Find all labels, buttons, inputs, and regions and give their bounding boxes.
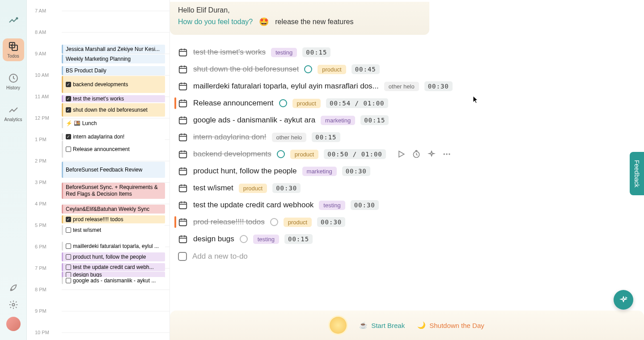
more-icon[interactable] [442, 150, 451, 159]
calendar-icon[interactable] [178, 47, 188, 57]
rocket-icon[interactable] [8, 283, 18, 293]
avatar[interactable] [6, 317, 21, 331]
calendar-event[interactable]: Weekly Marketing Planning [62, 55, 165, 63]
time-chip: 00:15 [360, 115, 389, 125]
calendar-event[interactable]: Release announcement [62, 141, 165, 158]
timer-ring-icon[interactable] [304, 65, 312, 73]
event-checkbox[interactable] [66, 147, 71, 152]
calendar-icon[interactable] [178, 234, 188, 244]
sidebar-item-progress[interactable] [3, 13, 24, 29]
todo-item[interactable]: product hunt, follow the peoplemarketing… [174, 163, 644, 180]
calendar-event[interactable]: Jessica Marshall and Zekiye Nur Kesi... [62, 45, 165, 54]
calendar-event[interactable]: google ads - danismanlik - aykut ... [62, 277, 165, 284]
event-checkbox[interactable]: ✓ [66, 134, 71, 139]
calendar-icon[interactable] [178, 64, 188, 74]
todo-item[interactable]: test w/ismetproduct00:30 [174, 180, 644, 197]
ai-fab-button[interactable] [614, 290, 633, 310]
todo-tag[interactable]: product [239, 184, 267, 193]
play-icon[interactable] [397, 150, 406, 159]
event-checkbox[interactable]: ✓ [66, 82, 71, 87]
todo-tag[interactable]: other helo [384, 82, 419, 91]
event-title: maillerdeki faturalari toparla, eylul ..… [73, 243, 159, 249]
calendar-icon[interactable] [178, 183, 188, 193]
sidebar-item-todos[interactable]: Todos [3, 38, 24, 61]
event-title: Jessica Marshall and Zekiye Nur Kesi... [66, 46, 160, 52]
event-checkbox[interactable] [66, 227, 71, 233]
event-checkbox[interactable] [66, 278, 71, 283]
calendar-icon[interactable] [178, 132, 188, 142]
event-checkbox[interactable] [66, 264, 71, 270]
shutdown-day-button[interactable]: 🌙 Shutdown the Day [417, 321, 484, 329]
todo-tag[interactable]: testing [271, 48, 297, 57]
time-chip: 00:54 / 01:00 [326, 98, 388, 108]
calendar-icon[interactable] [178, 81, 188, 91]
todo-tag[interactable]: product [290, 150, 318, 159]
event-title: BS Product Daily [66, 67, 106, 74]
timer-ring-icon[interactable] [279, 99, 287, 107]
todo-item[interactable]: shut down the old beforesunsetproduct00:… [174, 61, 644, 78]
calendar-icon[interactable] [178, 217, 188, 227]
calendar-icon[interactable] [178, 166, 188, 176]
calendar-event[interactable]: ✓prod release!!!! todos [62, 215, 165, 223]
todo-item[interactable]: prod release!!!! todosproduct00:30 [174, 214, 644, 231]
todo-item[interactable]: intern adaylarina don!other helo00:15 [174, 129, 644, 146]
calendar-event[interactable]: ⚡ 🍱 Lunch [62, 118, 165, 128]
event-checkbox[interactable]: ✓ [66, 96, 71, 101]
calendar-event[interactable]: test w/ismet [62, 225, 165, 235]
greeting-feel-link[interactable]: How do you feel today? [178, 18, 253, 26]
sparkle-icon[interactable] [427, 150, 436, 159]
todo-item[interactable]: backend developmentsproduct00:50 / 01:00 [174, 146, 644, 163]
add-todo-row[interactable]: Add a new to-do [174, 248, 644, 265]
time-chip: 00:15 [312, 132, 340, 142]
calendar-icon[interactable] [178, 115, 188, 125]
todo-tag[interactable]: other helo [272, 133, 307, 142]
todo-tag[interactable]: testing [253, 235, 279, 244]
todo-tag[interactable]: product [318, 65, 346, 74]
calendar-event[interactable]: ✓test the ismet's works [62, 95, 165, 102]
todo-item[interactable]: google ads - danismanlik - aykut aramark… [174, 112, 644, 129]
todo-title: intern adaylarina don! [193, 133, 267, 142]
calendar-event[interactable]: BS Product Daily [62, 66, 165, 75]
calendar-event[interactable]: test the update credit card webh... [62, 263, 165, 271]
calendar-event[interactable]: ✓shut down the old beforesunset [62, 103, 165, 117]
calendar-event[interactable]: product hunt, follow the people [62, 252, 165, 261]
event-checkbox[interactable] [66, 243, 71, 249]
calendar-event[interactable]: ✓intern adaylarina don! [62, 133, 165, 140]
calendar-event[interactable]: maillerdeki faturalari toparla, eylul ..… [62, 242, 165, 251]
greeting-card: Hello Elif Duran, How do you feel today?… [170, 2, 429, 35]
calendar-event[interactable]: ✓backend developments [62, 76, 165, 93]
todo-tag[interactable]: marketing [321, 116, 355, 125]
timer-ring-icon[interactable] [240, 235, 248, 243]
todo-tag[interactable]: product [284, 218, 312, 227]
reset-timer-icon[interactable] [412, 150, 421, 159]
todo-tag[interactable]: marketing [302, 167, 337, 176]
todo-item[interactable]: Release announcementproduct00:54 / 01:00 [174, 95, 644, 112]
time-label: 8 AM [35, 29, 57, 35]
calendar-event[interactable]: BeforeSunset Sync. + Requirements & Red … [62, 183, 165, 199]
event-title: intern adaylarina don! [73, 134, 124, 140]
todo-item[interactable]: maillerdeki faturalari toparla, eylul ay… [174, 78, 644, 95]
todo-item[interactable]: test the update credit card webhooktesti… [174, 197, 644, 214]
add-todo-placeholder: Add a new to-do [192, 252, 248, 261]
greeting-emoji[interactable]: 🤩 [259, 17, 269, 27]
feedback-tab[interactable]: Feedback [630, 152, 644, 195]
event-title: prod release!!!! todos [73, 216, 123, 222]
calendar-event[interactable]: BeforeSunset Feedback Review [62, 162, 165, 178]
calendar-icon[interactable] [178, 98, 188, 108]
sidebar-item-history[interactable]: History [3, 70, 24, 93]
start-break-button[interactable]: ☕ Start Break [359, 321, 405, 329]
todo-item[interactable]: design bugstesting00:15 [174, 231, 644, 248]
calendar-icon[interactable] [178, 200, 188, 210]
calendar-icon[interactable] [178, 149, 188, 159]
gear-icon[interactable] [8, 300, 18, 310]
sidebar-item-analytics[interactable]: Analytics [3, 102, 24, 125]
calendar-event[interactable]: Ceylan&Elif&Batuhan Weekly Sync [62, 205, 165, 214]
todo-item[interactable]: test the ismet's workstesting00:15 [174, 44, 644, 61]
event-checkbox[interactable]: ✓ [66, 217, 71, 222]
todo-tag[interactable]: testing [319, 201, 345, 210]
todo-tag[interactable]: product [292, 99, 321, 108]
event-checkbox[interactable] [66, 254, 71, 260]
event-checkbox[interactable]: ✓ [66, 107, 71, 113]
timer-ring-icon[interactable] [270, 218, 278, 226]
timer-ring-icon[interactable] [277, 150, 285, 158]
